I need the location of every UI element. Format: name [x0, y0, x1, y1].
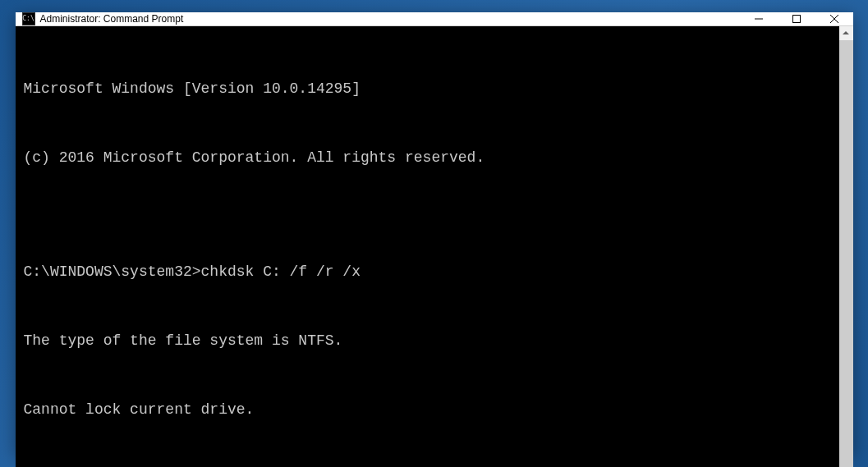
vertical-scrollbar[interactable]: [839, 26, 853, 468]
terminal-area: Microsoft Windows [Version 10.0.14295] (…: [16, 26, 853, 468]
terminal-line: Cannot lock current drive.: [24, 399, 831, 422]
terminal-line: Microsoft Windows [Version 10.0.14295]: [24, 78, 831, 101]
chevron-up-icon: [843, 31, 849, 34]
maximize-icon: [792, 15, 801, 23]
minimize-icon: [755, 15, 763, 23]
terminal-line: C:\WINDOWS\system32>chkdsk C: /f /r /x: [24, 261, 831, 284]
close-button[interactable]: [815, 12, 853, 25]
terminal-content[interactable]: Microsoft Windows [Version 10.0.14295] (…: [16, 26, 839, 468]
close-icon: [830, 15, 838, 23]
titlebar[interactable]: C:\ Administrator: Command Prompt: [16, 12, 853, 26]
app-icon: C:\: [22, 12, 35, 25]
scroll-thumb[interactable]: [839, 40, 853, 468]
minimize-button[interactable]: [740, 12, 778, 25]
window-title: Administrator: Command Prompt: [40, 13, 740, 25]
terminal-line: (c) 2016 Microsoft Corporation. All righ…: [24, 147, 831, 170]
window-controls: [740, 12, 853, 25]
scroll-up-button[interactable]: [839, 26, 853, 40]
terminal-line: The type of the file system is NTFS.: [24, 330, 831, 353]
maximize-button[interactable]: [778, 12, 815, 25]
command-prompt-window: C:\ Administrator: Command Prompt Micros…: [16, 12, 853, 456]
svg-rect-1: [792, 15, 800, 22]
scroll-track[interactable]: [839, 40, 853, 468]
